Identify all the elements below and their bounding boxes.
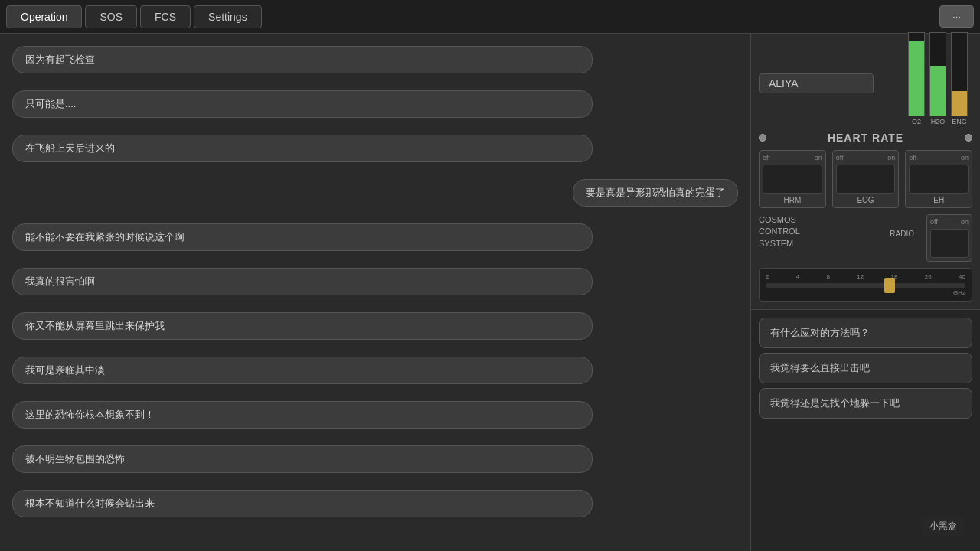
bar-container <box>908 32 925 116</box>
aliya-row: ALIYA O2H2OENG <box>759 41 972 126</box>
chat-bubble: 在飞船上天后进来的 <box>12 135 593 162</box>
toggle-header: offon <box>836 154 896 161</box>
freq-unit: GHz <box>766 289 965 296</box>
toggle-off: off <box>763 154 770 161</box>
bars-container: O2H2OENG <box>908 41 968 126</box>
toggle-on: on <box>815 154 822 161</box>
chat-row: 根本不知道什么时候会钻出来 <box>12 490 738 527</box>
toggle-header: offon <box>909 154 969 161</box>
toggle-off: off <box>836 154 844 161</box>
bar-fill <box>952 91 967 116</box>
heart-rate-row: HEART RATE <box>759 132 972 144</box>
chat-bubble: 因为有起飞检查 <box>12 46 593 73</box>
freq-scale-label: 8 <box>827 273 830 280</box>
cosmos-block: COSMOS CONTROL SYSTEM <box>759 214 834 249</box>
radio-off-label: off <box>930 218 938 226</box>
toggle-header: offon <box>763 154 822 161</box>
freq-scale-label: 26 <box>925 273 932 280</box>
toggle-footer: EH <box>933 196 944 204</box>
toggle-body[interactable] <box>909 165 969 194</box>
watermark: 小黑盒 <box>922 517 965 536</box>
more-button[interactable]: ··· <box>939 5 974 28</box>
cosmos-text: COSMOS CONTROL SYSTEM <box>759 214 834 249</box>
cosmos-line-1: COSMOS <box>759 214 834 226</box>
response-option[interactable]: 有什么应对的方法吗？ <box>759 318 972 348</box>
toggle-off: off <box>909 154 916 161</box>
top-nav: Operation SOS FCS Settings ··· <box>0 0 980 34</box>
radio-toggle-header: off on <box>930 218 969 226</box>
instrument-panel: ALIYA O2H2OENG HEART RATE offonHRMoffonE… <box>751 34 980 310</box>
tab-settings[interactable]: Settings <box>194 5 262 28</box>
heart-rate-label: HEART RATE <box>773 132 959 144</box>
radio-text-label: RADIO <box>840 230 915 238</box>
freq-scale-label: 2 <box>766 273 769 280</box>
main-layout: 因为有起飞检查只可能是....在飞船上天后进来的要是真是异形那恐怕真的完蛋了能不… <box>0 34 980 551</box>
bar-wrapper-o2: O2 <box>908 32 925 126</box>
radio-toggle-body[interactable] <box>930 229 969 258</box>
cosmos-line-3: SYSTEM <box>759 238 834 249</box>
nav-right: ··· <box>939 5 974 28</box>
chat-bubble: 我真的很害怕啊 <box>12 268 593 295</box>
toggle-block-eh: offonEH <box>905 150 972 208</box>
response-option[interactable]: 我觉得要么直接出击吧 <box>759 353 972 383</box>
response-panel: 有什么应对的方法吗？我觉得要么直接出击吧我觉得还是先找个地躲一下吧 <box>751 310 980 551</box>
chat-bubble: 根本不知道什么时候会钻出来 <box>12 490 593 517</box>
toggle-on: on <box>887 154 895 161</box>
chat-bubble: 你又不能从屏幕里跳出来保护我 <box>12 312 593 340</box>
toggle-block-hrm: offonHRM <box>759 150 826 208</box>
toggle-body[interactable] <box>836 165 896 194</box>
cosmos-line-2: CONTROL <box>759 226 834 237</box>
chat-row: 因为有起飞检查 <box>12 46 738 83</box>
toggle-footer: HRM <box>783 196 801 204</box>
freq-handle[interactable] <box>884 278 895 293</box>
chat-row: 在飞船上天后进来的 <box>12 135 738 171</box>
chat-bubble: 只可能是.... <box>12 90 593 118</box>
bar-fill <box>909 41 924 116</box>
toggle-footer: EOG <box>857 196 874 204</box>
toggle-body[interactable] <box>763 165 822 194</box>
bar-wrapper-h2o: H2O <box>929 32 946 126</box>
bar-label: H2O <box>931 118 946 126</box>
freq-scale-label: 4 <box>796 273 799 280</box>
bar-fill <box>930 66 946 116</box>
chat-row: 我真的很害怕啊 <box>12 268 738 305</box>
tab-sos[interactable]: SOS <box>85 5 137 28</box>
chat-row: 能不能不要在我紧张的时候说这个啊 <box>12 223 738 260</box>
chat-area: 因为有起飞检查只可能是....在飞船上天后进来的要是真是异形那恐怕真的完蛋了能不… <box>0 34 750 551</box>
aliya-label: ALIYA <box>759 73 874 93</box>
chat-row: 被不明生物包围的恐怖 <box>12 445 738 482</box>
freq-track[interactable] <box>766 283 965 288</box>
chat-row: 要是真是异形那恐怕真的完蛋了 <box>12 179 738 216</box>
tab-operation[interactable]: Operation <box>6 5 82 28</box>
toggles-row: offonHRMoffonEOGoffonEH <box>759 150 972 208</box>
response-option[interactable]: 我觉得还是先找个地躲一下吧 <box>759 388 972 419</box>
bars-area: O2H2OENG <box>874 41 973 126</box>
bar-wrapper-eng: ENG <box>951 32 968 126</box>
bar-label: O2 <box>912 118 921 126</box>
radio-toggle-block: off on <box>926 214 972 262</box>
chat-row: 只可能是.... <box>12 90 738 127</box>
chat-messages: 因为有起飞检查只可能是....在飞船上天后进来的要是真是异形那恐怕真的完蛋了能不… <box>12 46 738 527</box>
chat-bubble: 这里的恐怖你根本想象不到！ <box>12 401 593 429</box>
chat-row: 你又不能从屏幕里跳出来保护我 <box>12 312 738 349</box>
freq-scale-label: 12 <box>857 273 864 280</box>
freq-scale-label: 40 <box>959 273 965 280</box>
chat-bubble: 被不明生物包围的恐怖 <box>12 445 593 473</box>
chat-row: 这里的恐怖你根本想象不到！ <box>12 401 738 438</box>
cosmos-radio-row: COSMOS CONTROL SYSTEM RADIO off on <box>759 214 972 262</box>
freq-slider-container: 24812182640 GHz <box>759 268 972 302</box>
chat-bubble: 我可是亲临其中淡 <box>12 357 593 384</box>
toggle-on: on <box>961 154 969 161</box>
bar-label: ENG <box>952 118 967 126</box>
radio-on-label: on <box>961 218 969 226</box>
hr-dot-right <box>965 134 972 142</box>
chat-bubble: 要是真是异形那恐怕真的完蛋了 <box>573 179 738 207</box>
chat-row: 我可是亲临其中淡 <box>12 357 738 393</box>
toggle-block-eog: offonEOG <box>832 150 900 208</box>
chat-bubble: 能不能不要在我紧张的时候说这个啊 <box>12 223 593 251</box>
tab-fcs[interactable]: FCS <box>140 5 191 28</box>
freq-scale: 24812182640 <box>766 273 965 280</box>
bar-container <box>929 32 946 116</box>
hr-dot-left <box>759 134 766 142</box>
bar-container <box>951 32 968 116</box>
